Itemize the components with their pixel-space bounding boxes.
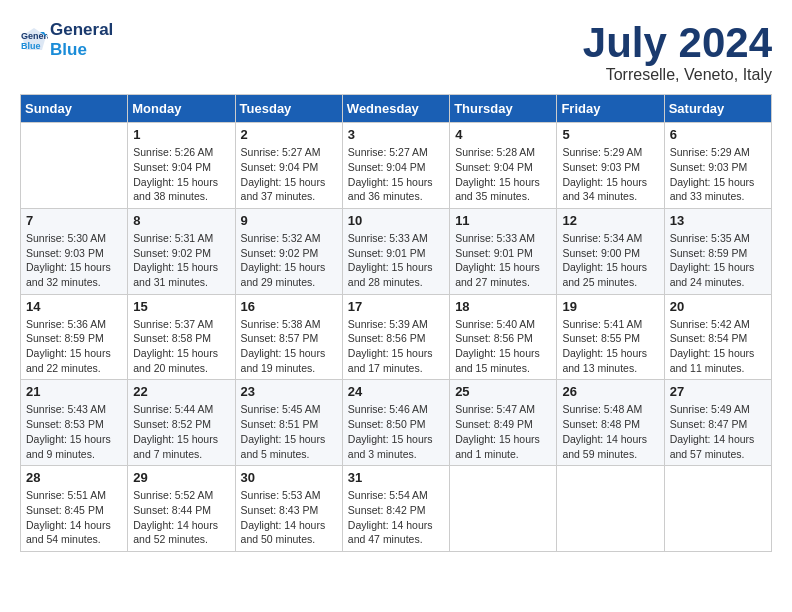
calendar-week-row: 1Sunrise: 5:26 AM Sunset: 9:04 PM Daylig… bbox=[21, 123, 772, 209]
day-number: 27 bbox=[670, 384, 766, 399]
calendar-cell: 3Sunrise: 5:27 AM Sunset: 9:04 PM Daylig… bbox=[342, 123, 449, 209]
calendar-cell bbox=[664, 466, 771, 552]
calendar-cell: 18Sunrise: 5:40 AM Sunset: 8:56 PM Dayli… bbox=[450, 294, 557, 380]
cell-info: Sunrise: 5:39 AM Sunset: 8:56 PM Dayligh… bbox=[348, 317, 444, 376]
calendar-cell: 12Sunrise: 5:34 AM Sunset: 9:00 PM Dayli… bbox=[557, 208, 664, 294]
cell-info: Sunrise: 5:28 AM Sunset: 9:04 PM Dayligh… bbox=[455, 145, 551, 204]
weekday-header: Thursday bbox=[450, 95, 557, 123]
day-number: 1 bbox=[133, 127, 229, 142]
svg-text:Blue: Blue bbox=[21, 41, 41, 51]
day-number: 28 bbox=[26, 470, 122, 485]
cell-info: Sunrise: 5:27 AM Sunset: 9:04 PM Dayligh… bbox=[348, 145, 444, 204]
calendar-cell: 19Sunrise: 5:41 AM Sunset: 8:55 PM Dayli… bbox=[557, 294, 664, 380]
day-number: 13 bbox=[670, 213, 766, 228]
calendar-cell: 20Sunrise: 5:42 AM Sunset: 8:54 PM Dayli… bbox=[664, 294, 771, 380]
cell-info: Sunrise: 5:41 AM Sunset: 8:55 PM Dayligh… bbox=[562, 317, 658, 376]
cell-info: Sunrise: 5:42 AM Sunset: 8:54 PM Dayligh… bbox=[670, 317, 766, 376]
calendar-cell bbox=[21, 123, 128, 209]
day-number: 11 bbox=[455, 213, 551, 228]
day-number: 26 bbox=[562, 384, 658, 399]
calendar-cell: 21Sunrise: 5:43 AM Sunset: 8:53 PM Dayli… bbox=[21, 380, 128, 466]
cell-info: Sunrise: 5:33 AM Sunset: 9:01 PM Dayligh… bbox=[348, 231, 444, 290]
cell-info: Sunrise: 5:53 AM Sunset: 8:43 PM Dayligh… bbox=[241, 488, 337, 547]
weekday-header: Monday bbox=[128, 95, 235, 123]
weekday-header: Saturday bbox=[664, 95, 771, 123]
cell-info: Sunrise: 5:37 AM Sunset: 8:58 PM Dayligh… bbox=[133, 317, 229, 376]
day-number: 18 bbox=[455, 299, 551, 314]
header-row: SundayMondayTuesdayWednesdayThursdayFrid… bbox=[21, 95, 772, 123]
calendar-cell: 5Sunrise: 5:29 AM Sunset: 9:03 PM Daylig… bbox=[557, 123, 664, 209]
weekday-header: Friday bbox=[557, 95, 664, 123]
title-block: July 2024 Torreselle, Veneto, Italy bbox=[583, 20, 772, 84]
cell-info: Sunrise: 5:33 AM Sunset: 9:01 PM Dayligh… bbox=[455, 231, 551, 290]
cell-info: Sunrise: 5:36 AM Sunset: 8:59 PM Dayligh… bbox=[26, 317, 122, 376]
weekday-header: Wednesday bbox=[342, 95, 449, 123]
cell-info: Sunrise: 5:43 AM Sunset: 8:53 PM Dayligh… bbox=[26, 402, 122, 461]
location: Torreselle, Veneto, Italy bbox=[583, 66, 772, 84]
cell-info: Sunrise: 5:54 AM Sunset: 8:42 PM Dayligh… bbox=[348, 488, 444, 547]
day-number: 20 bbox=[670, 299, 766, 314]
calendar-week-row: 21Sunrise: 5:43 AM Sunset: 8:53 PM Dayli… bbox=[21, 380, 772, 466]
day-number: 12 bbox=[562, 213, 658, 228]
cell-info: Sunrise: 5:29 AM Sunset: 9:03 PM Dayligh… bbox=[670, 145, 766, 204]
day-number: 23 bbox=[241, 384, 337, 399]
cell-info: Sunrise: 5:38 AM Sunset: 8:57 PM Dayligh… bbox=[241, 317, 337, 376]
cell-info: Sunrise: 5:27 AM Sunset: 9:04 PM Dayligh… bbox=[241, 145, 337, 204]
logo: General Blue General Blue bbox=[20, 20, 113, 61]
calendar-cell: 1Sunrise: 5:26 AM Sunset: 9:04 PM Daylig… bbox=[128, 123, 235, 209]
logo-blue: Blue bbox=[50, 40, 113, 60]
calendar-cell: 26Sunrise: 5:48 AM Sunset: 8:48 PM Dayli… bbox=[557, 380, 664, 466]
day-number: 6 bbox=[670, 127, 766, 142]
cell-info: Sunrise: 5:46 AM Sunset: 8:50 PM Dayligh… bbox=[348, 402, 444, 461]
cell-info: Sunrise: 5:49 AM Sunset: 8:47 PM Dayligh… bbox=[670, 402, 766, 461]
calendar-cell: 29Sunrise: 5:52 AM Sunset: 8:44 PM Dayli… bbox=[128, 466, 235, 552]
day-number: 2 bbox=[241, 127, 337, 142]
day-number: 24 bbox=[348, 384, 444, 399]
day-number: 25 bbox=[455, 384, 551, 399]
calendar-cell: 22Sunrise: 5:44 AM Sunset: 8:52 PM Dayli… bbox=[128, 380, 235, 466]
month-title: July 2024 bbox=[583, 20, 772, 66]
calendar-cell: 10Sunrise: 5:33 AM Sunset: 9:01 PM Dayli… bbox=[342, 208, 449, 294]
calendar-cell: 7Sunrise: 5:30 AM Sunset: 9:03 PM Daylig… bbox=[21, 208, 128, 294]
cell-info: Sunrise: 5:52 AM Sunset: 8:44 PM Dayligh… bbox=[133, 488, 229, 547]
calendar-cell: 9Sunrise: 5:32 AM Sunset: 9:02 PM Daylig… bbox=[235, 208, 342, 294]
day-number: 7 bbox=[26, 213, 122, 228]
logo-general: General bbox=[50, 20, 113, 40]
calendar-cell: 30Sunrise: 5:53 AM Sunset: 8:43 PM Dayli… bbox=[235, 466, 342, 552]
weekday-header: Tuesday bbox=[235, 95, 342, 123]
day-number: 15 bbox=[133, 299, 229, 314]
day-number: 16 bbox=[241, 299, 337, 314]
calendar-cell: 14Sunrise: 5:36 AM Sunset: 8:59 PM Dayli… bbox=[21, 294, 128, 380]
cell-info: Sunrise: 5:31 AM Sunset: 9:02 PM Dayligh… bbox=[133, 231, 229, 290]
day-number: 21 bbox=[26, 384, 122, 399]
calendar-cell: 15Sunrise: 5:37 AM Sunset: 8:58 PM Dayli… bbox=[128, 294, 235, 380]
calendar-cell: 28Sunrise: 5:51 AM Sunset: 8:45 PM Dayli… bbox=[21, 466, 128, 552]
calendar-cell: 16Sunrise: 5:38 AM Sunset: 8:57 PM Dayli… bbox=[235, 294, 342, 380]
day-number: 22 bbox=[133, 384, 229, 399]
day-number: 10 bbox=[348, 213, 444, 228]
calendar-cell bbox=[557, 466, 664, 552]
calendar-cell: 2Sunrise: 5:27 AM Sunset: 9:04 PM Daylig… bbox=[235, 123, 342, 209]
day-number: 31 bbox=[348, 470, 444, 485]
day-number: 17 bbox=[348, 299, 444, 314]
calendar-cell bbox=[450, 466, 557, 552]
calendar-cell: 25Sunrise: 5:47 AM Sunset: 8:49 PM Dayli… bbox=[450, 380, 557, 466]
day-number: 19 bbox=[562, 299, 658, 314]
cell-info: Sunrise: 5:26 AM Sunset: 9:04 PM Dayligh… bbox=[133, 145, 229, 204]
calendar-cell: 6Sunrise: 5:29 AM Sunset: 9:03 PM Daylig… bbox=[664, 123, 771, 209]
calendar-cell: 31Sunrise: 5:54 AM Sunset: 8:42 PM Dayli… bbox=[342, 466, 449, 552]
day-number: 4 bbox=[455, 127, 551, 142]
cell-info: Sunrise: 5:34 AM Sunset: 9:00 PM Dayligh… bbox=[562, 231, 658, 290]
cell-info: Sunrise: 5:44 AM Sunset: 8:52 PM Dayligh… bbox=[133, 402, 229, 461]
cell-info: Sunrise: 5:45 AM Sunset: 8:51 PM Dayligh… bbox=[241, 402, 337, 461]
calendar-cell: 17Sunrise: 5:39 AM Sunset: 8:56 PM Dayli… bbox=[342, 294, 449, 380]
day-number: 30 bbox=[241, 470, 337, 485]
page-header: General Blue General Blue July 2024 Torr… bbox=[20, 20, 772, 84]
cell-info: Sunrise: 5:29 AM Sunset: 9:03 PM Dayligh… bbox=[562, 145, 658, 204]
cell-info: Sunrise: 5:35 AM Sunset: 8:59 PM Dayligh… bbox=[670, 231, 766, 290]
calendar-table: SundayMondayTuesdayWednesdayThursdayFrid… bbox=[20, 94, 772, 552]
calendar-week-row: 7Sunrise: 5:30 AM Sunset: 9:03 PM Daylig… bbox=[21, 208, 772, 294]
calendar-week-row: 14Sunrise: 5:36 AM Sunset: 8:59 PM Dayli… bbox=[21, 294, 772, 380]
calendar-cell: 11Sunrise: 5:33 AM Sunset: 9:01 PM Dayli… bbox=[450, 208, 557, 294]
calendar-cell: 24Sunrise: 5:46 AM Sunset: 8:50 PM Dayli… bbox=[342, 380, 449, 466]
